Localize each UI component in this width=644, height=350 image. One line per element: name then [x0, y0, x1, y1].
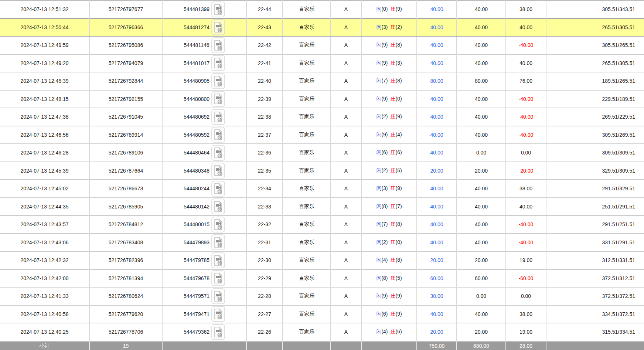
round-no-text: 544481274 — [184, 24, 209, 30]
cell-bet-time: 2024-07-13 12:48:15 — [0, 90, 89, 108]
video-button[interactable] — [211, 288, 225, 304]
cell-bet-amount[interactable]: 40.00 — [417, 36, 457, 54]
table-row[interactable]: 2024-07-13 12:42:00 521726781394 5444796… — [0, 269, 644, 288]
cell-win-loss: 40.00 — [506, 18, 546, 37]
video-button[interactable] — [211, 163, 225, 179]
round-no-text: 544481017 — [184, 60, 209, 66]
cell-bet-amount[interactable]: 40.00 — [417, 0, 457, 18]
video-button[interactable] — [211, 19, 225, 35]
banker-label: 庄 — [391, 78, 396, 84]
player-score: (9) — [381, 42, 388, 48]
cell-bet-amount[interactable]: 40.00 — [417, 180, 457, 198]
cell-plate: A — [331, 0, 361, 18]
video-button[interactable] — [211, 324, 225, 340]
table-row[interactable]: 2024-07-13 12:49:59 521726795086 5444811… — [0, 36, 644, 54]
cell-bet-amount[interactable]: 40.00 — [417, 54, 457, 72]
cell-win-loss: -40.00 — [506, 90, 546, 108]
video-button[interactable] — [211, 37, 225, 53]
cell-valid-amount: 80.00 — [457, 72, 506, 90]
video-button[interactable] — [211, 1, 225, 17]
table-row[interactable]: 2024-07-13 12:50:44 521726796366 5444812… — [0, 18, 644, 37]
video-file-icon — [211, 270, 225, 286]
cell-bet-amount[interactable]: 40.00 — [417, 234, 457, 252]
cell-bet-amount[interactable]: 40.00 — [417, 126, 457, 144]
table-row[interactable]: 2024-07-13 12:44:35 521726785905 5444801… — [0, 198, 644, 216]
table-row[interactable]: 2024-07-13 12:40:58 521726779620 5444794… — [0, 305, 644, 323]
cell-bet-amount[interactable]: 40.00 — [417, 144, 457, 162]
video-button[interactable] — [211, 217, 225, 232]
player-score: (9) — [381, 293, 388, 299]
table-row[interactable]: 2024-07-13 12:48:39 521726792844 5444809… — [0, 72, 644, 90]
cell-round-no: 544480592 — [162, 126, 246, 144]
cell-bet-amount[interactable]: 40.00 — [417, 198, 457, 216]
cell-result: 闲(6)庄(9) — [361, 305, 417, 323]
video-button[interactable] — [211, 306, 225, 322]
round-no-text: 544480592 — [184, 132, 209, 138]
table-row[interactable]: 2024-07-13 12:45:02 521726786673 5444802… — [0, 180, 644, 198]
video-button[interactable] — [211, 234, 225, 250]
player-label: 闲 — [376, 78, 381, 84]
cell-order-no: 521726794079 — [89, 54, 162, 72]
banker-score: (9) — [396, 113, 402, 119]
table-row[interactable]: 2024-07-13 12:47:38 521726791045 5444806… — [0, 108, 644, 126]
cell-bet-time: 2024-07-13 12:47:38 — [0, 108, 89, 126]
video-button[interactable] — [211, 55, 225, 71]
video-file-icon — [211, 306, 225, 322]
video-button[interactable] — [211, 91, 225, 107]
table-row[interactable]: 2024-07-13 12:51:32 521726797677 5444813… — [0, 0, 644, 18]
cell-bet-amount[interactable]: 60.00 — [417, 269, 457, 288]
cell-bet-amount[interactable]: 40.00 — [417, 90, 457, 108]
player-label: 闲 — [376, 132, 381, 137]
video-button[interactable] — [211, 73, 225, 89]
cell-plate: A — [331, 36, 361, 54]
video-button[interactable] — [211, 252, 225, 268]
cell-bet-time: 2024-07-13 12:40:58 — [0, 305, 89, 323]
table-row[interactable]: 2024-07-13 12:43:06 521726783408 5444798… — [0, 234, 644, 252]
round-no-text: 544479893 — [184, 239, 209, 245]
table-row[interactable]: 2024-07-13 12:40:25 521726778706 5444793… — [0, 323, 644, 341]
cell-plate: A — [331, 180, 361, 198]
table-row[interactable]: 2024-07-13 12:43:57 521726784812 5444800… — [0, 215, 644, 234]
table-row[interactable]: 2024-07-13 12:41:33 521726780624 5444795… — [0, 287, 644, 305]
cell-result: 闲(2)庄(9) — [361, 108, 417, 126]
video-file-icon — [211, 288, 225, 304]
cell-balance: 265.51/305.51 — [546, 18, 644, 37]
cell-plate: A — [331, 72, 361, 90]
video-button[interactable] — [211, 127, 225, 143]
cell-bet-amount[interactable]: 40.00 — [417, 18, 457, 37]
cell-table-round: 22-39 — [246, 90, 283, 108]
video-button[interactable] — [211, 109, 225, 125]
table-row[interactable]: 2024-07-13 12:49:20 521726794079 5444810… — [0, 54, 644, 72]
table-row[interactable]: 2024-07-13 12:48:15 521726792155 5444808… — [0, 90, 644, 108]
table-row[interactable]: 2024-07-13 12:46:56 521726789914 5444805… — [0, 126, 644, 144]
cell-bet-amount[interactable]: 20.00 — [417, 162, 457, 180]
cell-plate: A — [331, 234, 361, 252]
cell-bet-amount[interactable]: 40.00 — [417, 108, 457, 126]
cell-valid-amount: 40.00 — [457, 215, 506, 234]
cell-bet-amount[interactable]: 40.00 — [417, 305, 457, 323]
player-label: 闲 — [376, 293, 381, 299]
cell-bet-amount[interactable]: 80.00 — [417, 72, 457, 90]
cell-bet-amount[interactable]: 40.00 — [417, 215, 457, 234]
banker-score: (9) — [396, 293, 402, 299]
cell-bet-time: 2024-07-13 12:46:28 — [0, 144, 89, 162]
table-row[interactable]: 2024-07-13 12:46:28 521726789106 5444804… — [0, 144, 644, 162]
cell-order-no: 521726791045 — [89, 108, 162, 126]
player-label: 闲 — [376, 275, 381, 281]
cell-valid-amount: 60.00 — [457, 269, 506, 288]
cell-plate: A — [331, 108, 361, 126]
table-row[interactable]: 2024-07-13 12:45:39 521726787664 5444803… — [0, 162, 644, 180]
video-button[interactable] — [211, 270, 225, 286]
banker-score: (6) — [396, 329, 402, 334]
cell-bet-amount[interactable]: 20.00 — [417, 323, 457, 341]
cell-table-round: 22-36 — [246, 144, 283, 162]
video-button[interactable] — [211, 198, 225, 214]
video-button[interactable] — [211, 145, 225, 161]
cell-game-type: 百家乐 — [283, 126, 331, 144]
cell-order-no: 521726797677 — [89, 0, 162, 18]
cell-bet-amount[interactable]: 20.00 — [417, 251, 457, 269]
cell-bet-amount[interactable]: 30.00 — [417, 287, 457, 305]
table-row[interactable]: 2024-07-13 12:42:32 521726782396 5444797… — [0, 251, 644, 269]
cell-round-no: 544479678 — [162, 269, 246, 288]
video-button[interactable] — [211, 181, 225, 197]
